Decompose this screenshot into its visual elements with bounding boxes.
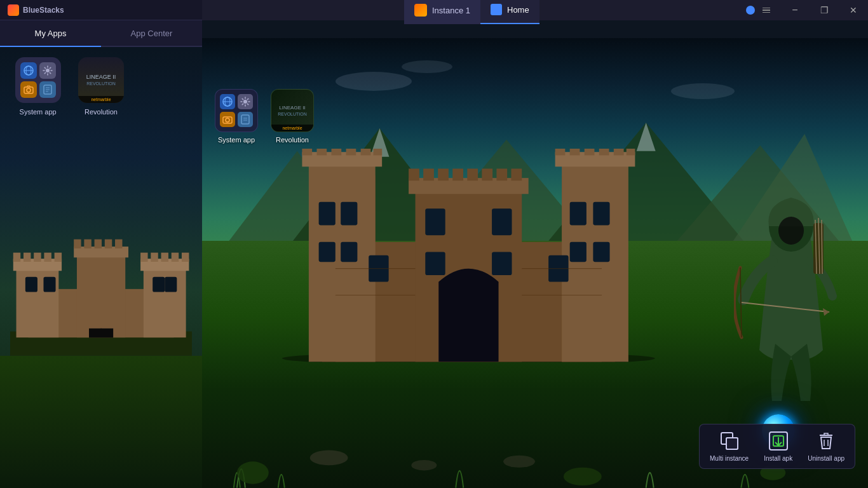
svg-rect-15 — [182, 253, 189, 262]
instance-tab[interactable]: Instance 1 — [404, 0, 480, 24]
castle-left — [10, 234, 192, 356]
cloud-3 — [671, 83, 735, 99]
multi-instance-label: Multi instance — [710, 455, 749, 462]
svg-rect-71 — [452, 169, 463, 181]
home-tab-icon — [491, 4, 502, 15]
game-app-system[interactable]: System app — [215, 89, 258, 144]
svg-line-105 — [740, 268, 742, 337]
svg-rect-65 — [627, 149, 635, 155]
svg-rect-80 — [569, 202, 586, 226]
multi-instance-icon — [719, 431, 740, 451]
svg-rect-81 — [593, 202, 609, 226]
svg-rect-120 — [726, 438, 738, 449]
tab-app-center[interactable]: App Center — [101, 20, 202, 46]
svg-rect-25 — [43, 277, 55, 292]
svg-rect-21 — [105, 240, 112, 248]
svg-rect-2 — [16, 265, 58, 337]
svg-rect-63 — [599, 149, 609, 155]
bottom-toolbar: Multi instance Install apk — [699, 424, 855, 469]
svg-rect-27 — [165, 277, 177, 292]
camera-sub-game — [220, 112, 235, 127]
svg-point-116 — [564, 468, 602, 485]
castle-main — [269, 149, 668, 362]
svg-rect-54 — [331, 149, 341, 155]
svg-rect-20 — [94, 240, 101, 248]
game-scene: System app LINEAGE II REVOLUTION netmarb… — [202, 38, 868, 488]
system-app-label: System app — [20, 108, 57, 116]
camera-sub-icon — [20, 81, 37, 98]
svg-rect-64 — [614, 149, 624, 155]
tab-my-apps[interactable]: My Apps — [0, 20, 101, 46]
svg-rect-76 — [318, 202, 335, 226]
svg-point-33 — [27, 88, 31, 92]
svg-rect-6 — [34, 253, 41, 262]
restore-button[interactable]: ❐ — [810, 0, 839, 20]
app-item-revolution[interactable]: LINEAGE II REVOLUTION netmarble Revoluti… — [73, 57, 128, 116]
revolution-app-icon: LINEAGE II REVOLUTION netmarble — [78, 57, 124, 103]
svg-rect-85 — [492, 209, 512, 236]
svg-point-99 — [226, 118, 229, 122]
instance-tab-logo — [414, 4, 427, 17]
game-apps-overlay: System app LINEAGE II REVOLUTION netmarb… — [215, 89, 314, 144]
bluestacks-logo-left — [8, 4, 19, 16]
uninstall-app-button[interactable]: Uninstall app — [808, 431, 844, 462]
svg-rect-16 — [77, 253, 125, 338]
svg-rect-12 — [151, 253, 158, 262]
install-apk-icon — [768, 431, 789, 451]
instance-tab-label: Instance 1 — [432, 6, 470, 15]
svg-point-97 — [243, 100, 247, 104]
user-avatar — [746, 6, 755, 15]
svg-rect-69 — [423, 169, 434, 181]
main-content: Instance 1 Home − ❐ ✕ — [202, 0, 868, 488]
main-title-bar: Instance 1 Home − ❐ ✕ — [202, 0, 868, 20]
app-item-system[interactable]: System app — [10, 57, 65, 116]
svg-rect-87 — [492, 252, 512, 276]
svg-rect-22 — [115, 240, 122, 248]
left-title-bar: BlueStacks — [0, 0, 202, 20]
svg-rect-4 — [13, 253, 20, 262]
svg-rect-73 — [482, 169, 492, 181]
svg-rect-8 — [55, 253, 62, 262]
svg-rect-82 — [569, 242, 586, 262]
svg-rect-9 — [144, 265, 186, 337]
svg-marker-107 — [823, 308, 829, 316]
uninstall-app-icon — [816, 431, 836, 451]
revolution-game-label: Revolution — [276, 136, 309, 144]
svg-point-113 — [411, 460, 437, 471]
svg-point-112 — [310, 451, 348, 466]
home-tab-label: Home — [507, 5, 529, 15]
svg-rect-78 — [318, 242, 335, 262]
hamburger-icon[interactable] — [763, 8, 770, 13]
files-sub-icon — [39, 81, 56, 98]
svg-rect-57 — [373, 149, 382, 155]
svg-rect-55 — [346, 149, 356, 155]
install-apk-label: Install apk — [764, 455, 792, 462]
cloud-2 — [402, 60, 452, 73]
svg-rect-19 — [84, 240, 91, 248]
svg-point-114 — [503, 456, 535, 468]
svg-point-31 — [46, 69, 50, 72]
svg-rect-23 — [89, 329, 113, 337]
svg-rect-50 — [309, 162, 376, 362]
svg-rect-74 — [496, 169, 507, 181]
svg-rect-11 — [140, 253, 147, 262]
home-tab-main[interactable]: Home — [480, 0, 539, 24]
svg-rect-18 — [74, 240, 81, 248]
svg-rect-83 — [593, 242, 609, 262]
svg-rect-62 — [585, 149, 595, 155]
close-button[interactable]: ✕ — [839, 0, 868, 20]
tabs-row: My Apps App Center — [0, 20, 202, 47]
svg-point-104 — [778, 217, 804, 245]
minimize-button[interactable]: − — [780, 0, 810, 20]
system-app-icon-game — [215, 89, 258, 132]
install-apk-button[interactable]: Install apk — [764, 431, 792, 462]
game-app-revolution[interactable]: LINEAGE II REVOLUTION netmarble Revoluti… — [271, 89, 314, 144]
svg-rect-13 — [161, 253, 168, 262]
files-sub-game — [238, 112, 253, 127]
multi-instance-button[interactable]: Multi instance — [710, 431, 749, 462]
revolution-app-label: Revolution — [85, 108, 118, 116]
svg-rect-61 — [569, 149, 580, 155]
svg-rect-5 — [24, 253, 31, 262]
svg-point-115 — [237, 462, 269, 484]
gear-sub-icon — [39, 62, 56, 79]
